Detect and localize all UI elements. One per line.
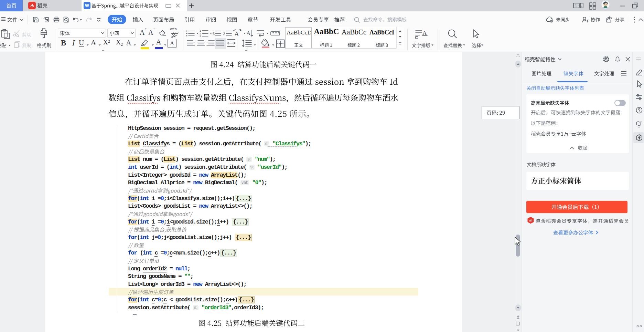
svg-text:1: 1 [575, 4, 577, 8]
